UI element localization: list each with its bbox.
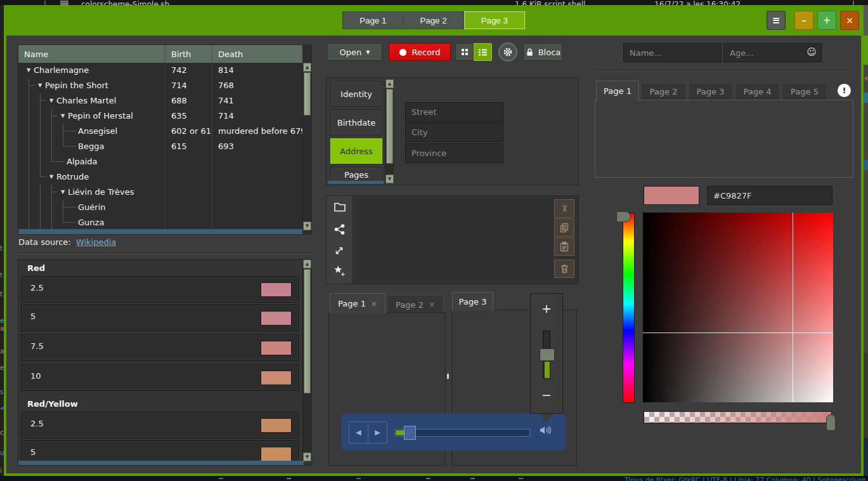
- volume-button[interactable]: [540, 425, 551, 435]
- tree-horizontal-scrollbar[interactable]: [18, 229, 302, 234]
- palette-vertical-scrollbar[interactable]: ▲ ▼: [302, 260, 311, 461]
- right-tab-page4[interactable]: Page 4: [735, 82, 780, 100]
- scroll-up-button[interactable]: ▲: [303, 63, 311, 72]
- palette-horizontal-scrollbar[interactable]: [18, 461, 304, 465]
- volume-slider[interactable]: [543, 331, 550, 379]
- hue-slider[interactable]: [623, 213, 635, 403]
- tree-row[interactable]: Alpaida: [18, 154, 302, 169]
- cut-button[interactable]: ✂: [554, 199, 574, 218]
- tab-close-icon[interactable]: ×: [371, 300, 377, 308]
- volume-up-button[interactable]: +: [531, 301, 562, 315]
- tree-row[interactable]: ▼Pepin the Short714768: [18, 78, 302, 93]
- name-field[interactable]: [623, 43, 722, 62]
- street-field[interactable]: [405, 102, 503, 122]
- expander-icon[interactable]: ▼: [58, 109, 68, 124]
- right-tab-page2[interactable]: Page 2: [640, 82, 687, 100]
- mid-tab-page3[interactable]: Page 3: [452, 292, 493, 311]
- palette-listbox[interactable]: Red 2.5 5 7.5 10 Red/Yellow: [18, 259, 312, 466]
- volume-down-button[interactable]: −: [531, 388, 562, 402]
- scroll-up-button[interactable]: ▲: [303, 260, 311, 268]
- pane-resize-handle[interactable]: [447, 374, 449, 379]
- media-prev-button[interactable]: ◀: [349, 422, 368, 443]
- minimize-button[interactable]: –: [794, 11, 813, 30]
- saturation-value-plane[interactable]: [643, 213, 833, 402]
- lock-button[interactable]: Bloca: [523, 43, 562, 61]
- tree-row[interactable]: Gunza: [18, 215, 302, 230]
- hue-handle[interactable]: [616, 211, 631, 222]
- city-field[interactable]: [405, 122, 503, 142]
- sidebar-item-pages[interactable]: Pages: [330, 167, 382, 182]
- scroll-up-button[interactable]: ▲: [385, 79, 394, 88]
- scrollbar-thumb[interactable]: [304, 72, 311, 115]
- paste-button[interactable]: [554, 237, 574, 256]
- tree-vertical-scrollbar[interactable]: ▲ ▼: [302, 63, 311, 230]
- titlebar-tab-page2[interactable]: Page 2: [403, 11, 463, 29]
- close-button[interactable]: ×: [840, 11, 859, 30]
- media-progress-slider[interactable]: [394, 429, 530, 437]
- settings-button[interactable]: [498, 43, 517, 62]
- window-menu-button[interactable]: ≡: [767, 11, 786, 30]
- tree-header-name[interactable]: Name: [18, 45, 165, 63]
- scrollbar-thumb[interactable]: [386, 89, 393, 164]
- palette-row[interactable]: 2.5: [21, 276, 299, 303]
- share-button[interactable]: [334, 224, 345, 235]
- tree-row[interactable]: ▼Charlemagne742814: [18, 63, 302, 78]
- palette-row[interactable]: 2.5: [21, 412, 299, 438]
- titlebar-tab-page1[interactable]: Page 1: [342, 11, 403, 29]
- mid-tab-page1[interactable]: Page 1 ×: [330, 293, 385, 313]
- fullscreen-button[interactable]: [334, 246, 344, 256]
- alpha-handle[interactable]: [826, 414, 836, 431]
- right-tab-page1[interactable]: Page 1: [596, 81, 639, 101]
- scroll-down-button[interactable]: ▼: [303, 221, 311, 230]
- tab-close-icon[interactable]: ×: [429, 300, 435, 309]
- grid-view-toggle[interactable]: [455, 43, 474, 61]
- province-field[interactable]: [405, 143, 503, 163]
- right-tab-page5[interactable]: Page 5: [782, 82, 827, 100]
- palette-row[interactable]: 10: [21, 364, 299, 391]
- volume-handle[interactable]: [540, 348, 555, 361]
- selected-color-swatch[interactable]: [644, 186, 699, 205]
- sidebar-horizontal-scrollbar[interactable]: [328, 181, 384, 184]
- tree-header-birth[interactable]: Birth: [165, 45, 212, 63]
- scrollbar-thumb[interactable]: [304, 269, 311, 393]
- delete-button[interactable]: [554, 260, 574, 278]
- expander-icon[interactable]: ▼: [35, 78, 45, 93]
- family-tree-table[interactable]: Name Birth Death ▼Charlemagne742814 ▼Pep…: [18, 44, 312, 235]
- tree-row[interactable]: Ansegisel602 or 610murdered before 679: [18, 124, 302, 139]
- tree-row[interactable]: ▼Rotrude: [18, 169, 302, 185]
- list-view-toggle[interactable]: [474, 43, 492, 61]
- color-hex-field[interactable]: [707, 186, 832, 205]
- tree-header-death[interactable]: Death: [212, 45, 302, 63]
- tree-row[interactable]: Guérin: [18, 200, 302, 215]
- sidebar-item-address[interactable]: Address: [330, 138, 382, 164]
- titlebar-tab-page3[interactable]: Page 3: [464, 11, 525, 29]
- folder-button[interactable]: [334, 202, 346, 212]
- mid-tab-page2[interactable]: Page 2 ×: [387, 295, 444, 313]
- tree-row[interactable]: Begga615693: [18, 139, 302, 154]
- tree-row[interactable]: ▼Liévin de Trèves: [18, 185, 302, 200]
- expander-icon[interactable]: ▼: [46, 93, 56, 109]
- favorite-button[interactable]: ★+: [334, 265, 342, 275]
- alpha-slider[interactable]: [644, 411, 832, 423]
- scroll-down-button[interactable]: ▼: [385, 175, 394, 183]
- copy-button[interactable]: [554, 218, 574, 237]
- sidebar-item-identity[interactable]: Identity: [330, 81, 382, 107]
- palette-row[interactable]: 7.5: [21, 334, 299, 361]
- scroll-down-button[interactable]: ▼: [303, 452, 311, 461]
- expander-icon[interactable]: ▼: [23, 63, 34, 78]
- record-button[interactable]: Record: [389, 43, 451, 61]
- maximize-button[interactable]: +: [817, 11, 836, 30]
- tree-row[interactable]: ▼Pepin of Herstal635714: [18, 109, 302, 124]
- expander-icon[interactable]: ▼: [58, 185, 68, 200]
- sidebar-vertical-scrollbar[interactable]: ▲ ▼: [385, 79, 394, 183]
- wikipedia-link[interactable]: Wikipedia: [76, 237, 116, 247]
- palette-row[interactable]: 5: [21, 305, 299, 331]
- tree-row[interactable]: ▼Charles Martel688741: [18, 93, 302, 109]
- progress-handle[interactable]: [404, 426, 416, 440]
- smiley-icon[interactable]: ☺: [806, 46, 817, 58]
- media-next-button[interactable]: ▶: [368, 422, 387, 443]
- open-button[interactable]: Open ▼: [327, 43, 382, 61]
- titlebar[interactable]: Page 1 Page 2 Page 3 ≡ – + ×: [4, 5, 864, 36]
- sidebar-item-birthdate[interactable]: Birthdate: [330, 110, 382, 135]
- expander-icon[interactable]: ▼: [46, 169, 56, 185]
